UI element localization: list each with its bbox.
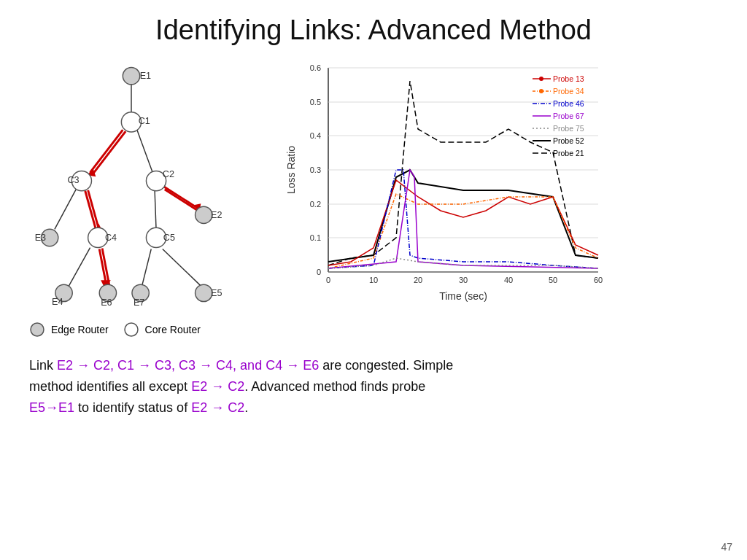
svg-text:E1: E1 <box>140 71 151 81</box>
description-line1: Link E2 → C2, C1 → C3, C3 → C4, and C4 →… <box>29 355 718 376</box>
svg-text:0.1: 0.1 <box>310 233 321 242</box>
svg-text:30: 30 <box>459 276 468 284</box>
svg-text:0.3: 0.3 <box>310 166 321 174</box>
content-area: E1 C1 C3 C2 E3 C4 C5 E2 E4 <box>0 53 747 341</box>
right-panel: 0 0.1 0.2 0.3 0.4 0.5 0.6 0 10 20 30 40 … <box>285 53 725 341</box>
svg-line-9 <box>165 190 198 211</box>
svg-point-43 <box>31 323 44 336</box>
probe-52-line <box>328 170 598 262</box>
svg-point-71 <box>539 77 543 81</box>
svg-text:Probe 21: Probe 21 <box>553 149 584 158</box>
text-line2-post: . Advanced method finds probe <box>244 379 425 394</box>
svg-text:Probe 67: Probe 67 <box>553 112 584 120</box>
svg-line-3 <box>137 130 152 172</box>
svg-point-74 <box>539 89 543 93</box>
svg-point-41 <box>196 284 212 301</box>
svg-text:0: 0 <box>317 268 321 276</box>
slide-number: 47 <box>721 541 732 553</box>
left-panel: E1 C1 C3 C2 E3 C4 C5 E2 E4 <box>22 53 270 341</box>
text-pre: Link <box>29 358 57 373</box>
svg-text:E5: E5 <box>211 288 222 298</box>
svg-text:E3: E3 <box>35 233 46 243</box>
svg-text:40: 40 <box>504 276 513 284</box>
svg-line-4 <box>55 190 76 229</box>
svg-point-44 <box>125 323 138 336</box>
legend-section: Edge Router Core Router <box>22 319 270 341</box>
svg-text:Probe 52: Probe 52 <box>553 136 584 145</box>
svg-text:C4: C4 <box>105 233 117 243</box>
probe-13-line <box>328 180 598 265</box>
svg-text:0: 0 <box>326 276 330 284</box>
svg-text:10: 10 <box>369 276 378 284</box>
svg-line-13 <box>142 249 152 287</box>
svg-text:E4: E4 <box>52 297 63 307</box>
page-title: Identifying Links: Advanced Method <box>0 0 747 53</box>
svg-text:0.5: 0.5 <box>310 98 321 106</box>
congested-links: E2 → C2, C1 → C3, C3 → C4, and C4 → E6 <box>57 358 319 373</box>
probe-46-line <box>328 170 598 268</box>
svg-text:Probe 13: Probe 13 <box>553 74 584 83</box>
svg-text:Time (sec): Time (sec) <box>439 290 487 302</box>
svg-text:50: 50 <box>549 276 557 284</box>
svg-text:0.2: 0.2 <box>310 200 321 209</box>
description-line2: method identifies all except E2 → C2. Ad… <box>29 376 718 397</box>
edge-router-label: Edge Router <box>51 324 109 335</box>
svg-text:C5: C5 <box>163 233 175 243</box>
svg-text:0.4: 0.4 <box>310 131 321 140</box>
text-except: E2 → C2 <box>191 379 244 394</box>
svg-text:Loss Ratio: Loss Ratio <box>285 146 297 194</box>
text-line3-mid: to identify status of <box>74 400 191 415</box>
svg-line-14 <box>163 249 201 287</box>
core-router-legend: Core Router <box>123 322 201 338</box>
description-line3: E5→E1 to identify status of E2 → C2. <box>29 397 718 419</box>
svg-point-19 <box>123 67 139 84</box>
svg-text:C1: C1 <box>139 116 150 126</box>
svg-text:Probe 46: Probe 46 <box>553 99 584 108</box>
svg-line-2 <box>93 131 125 174</box>
network-diagram: E1 C1 C3 C2 E3 C4 C5 E2 E4 <box>22 53 241 316</box>
svg-text:Probe 34: Probe 34 <box>553 87 584 96</box>
svg-text:C3: C3 <box>67 175 79 185</box>
probe-67-line <box>328 170 598 268</box>
chart: 0 0.1 0.2 0.3 0.4 0.5 0.6 0 10 20 30 40 … <box>285 53 671 323</box>
svg-point-33 <box>196 206 212 223</box>
svg-text:E2: E2 <box>211 210 222 220</box>
svg-text:E7: E7 <box>133 298 144 308</box>
text-link: E2 → C2 <box>191 400 244 415</box>
text-line3-post: . <box>244 400 248 415</box>
svg-line-1 <box>90 130 123 172</box>
svg-text:E6: E6 <box>101 298 112 308</box>
svg-text:60: 60 <box>594 276 603 284</box>
edge-router-legend: Edge Router <box>29 322 109 338</box>
svg-line-10 <box>69 248 90 287</box>
probe-34-line <box>328 194 598 268</box>
svg-text:20: 20 <box>414 276 422 284</box>
svg-text:C2: C2 <box>163 169 174 179</box>
svg-line-7 <box>155 191 156 230</box>
text-line2-pre: method identifies all except <box>29 379 191 394</box>
text-section: Link E2 → C2, C1 → C3, C3 → C4, and C4 →… <box>0 341 747 425</box>
text-post: are congested. Simple <box>319 358 453 373</box>
svg-text:0.6: 0.6 <box>310 63 321 72</box>
core-router-label: Core Router <box>145 324 201 335</box>
text-probe: E5→E1 <box>29 400 74 415</box>
svg-line-8 <box>164 187 198 208</box>
svg-text:Probe 75: Probe 75 <box>553 124 584 133</box>
